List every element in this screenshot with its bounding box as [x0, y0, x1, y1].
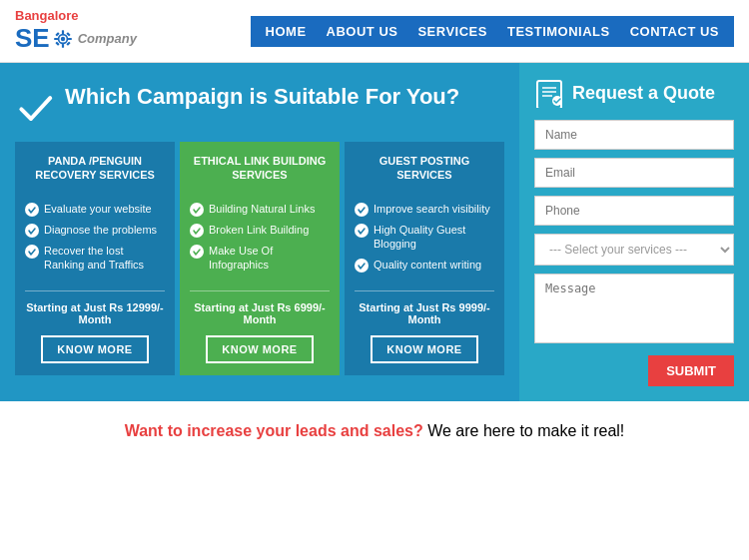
- bottom-highlight: Want to increase your leads and sales?: [125, 422, 423, 439]
- list-item: Make Use Of Infographics: [190, 244, 330, 273]
- feature-text: Make Use Of Infographics: [209, 244, 330, 273]
- feature-icon: [25, 245, 39, 259]
- quote-header: Request a Quote: [534, 78, 734, 108]
- card-ethical: ETHICAL LINK BUILDING SERVICES Building …: [180, 142, 340, 375]
- logo-seo-row: SE Company: [15, 23, 137, 54]
- cards-container: PANDA /PENGUIN RECOVERY SERVICES Evaluat…: [15, 142, 504, 375]
- list-item: Building Natural Links: [190, 202, 330, 217]
- bottom-text-section: Want to increase your leads and sales? W…: [0, 401, 749, 461]
- nav-home[interactable]: HOME: [266, 24, 307, 39]
- nav-about[interactable]: ABOUT US: [327, 24, 398, 39]
- quote-form-panel: Request a Quote --- Select your services…: [519, 63, 749, 401]
- list-item: Improve search visibility: [355, 202, 494, 217]
- feature-icon: [25, 203, 39, 217]
- name-input[interactable]: [534, 120, 734, 150]
- nav-services[interactable]: SERVICES: [417, 24, 487, 39]
- logo-seo-text: SE: [15, 23, 50, 54]
- submit-button[interactable]: SUBMIT: [648, 355, 734, 386]
- main-content: Which Campaign is Suitable For You? PAND…: [0, 63, 749, 401]
- card-price-ethical: Starting at Just Rs 6999/- Month: [190, 290, 330, 325]
- card-btn-ethical[interactable]: KNOW MORE: [206, 335, 313, 363]
- feature-text: Evaluate your website: [44, 202, 152, 216]
- logo-bangalore: Bangalore: [15, 8, 79, 23]
- list-item: Quality content writing: [355, 258, 494, 273]
- card-btn-guest[interactable]: KNOW MORE: [371, 335, 477, 363]
- bottom-text: We are here to make it real!: [423, 422, 625, 439]
- gear-icon: [52, 28, 74, 50]
- nav-contact[interactable]: CONTACT US: [630, 24, 719, 39]
- card-price-guest: Starting at Just Rs 9999/- Month: [355, 290, 494, 325]
- feature-text: Building Natural Links: [209, 202, 315, 216]
- feature-icon: [25, 224, 39, 238]
- svg-rect-5: [68, 37, 72, 39]
- header: Bangalore SE Company HOME ABOUT US SERV: [0, 0, 749, 63]
- message-textarea[interactable]: [534, 274, 734, 343]
- feature-icon: [190, 245, 204, 259]
- hero-title: Which Campaign is Suitable For You?: [15, 83, 504, 127]
- feature-text: Diagnose the problems: [44, 223, 157, 237]
- card-btn-panda[interactable]: KNOW MORE: [41, 335, 148, 363]
- card-title-ethical: ETHICAL LINK BUILDING SERVICES: [190, 154, 330, 190]
- phone-input[interactable]: [534, 196, 734, 226]
- card-guest: GUEST POSTING SERVICES Improve search vi…: [345, 142, 504, 375]
- card-title-panda: PANDA /PENGUIN RECOVERY SERVICES: [25, 154, 165, 190]
- feature-icon: [355, 224, 369, 238]
- logo-company: Company: [78, 31, 137, 46]
- hero-heading: Which Campaign is Suitable For You?: [65, 83, 459, 112]
- feature-icon: [190, 203, 204, 217]
- card-title-guest: GUEST POSTING SERVICES: [355, 154, 494, 190]
- quote-title: Request a Quote: [572, 83, 715, 104]
- list-item: Evaluate your website: [25, 202, 165, 217]
- list-item: Diagnose the problems: [25, 223, 165, 238]
- svg-point-1: [60, 36, 64, 40]
- feature-text: Recover the lost Ranking and Traffics: [44, 244, 165, 273]
- svg-rect-2: [62, 30, 64, 34]
- feature-text: High Quality Guest Blogging: [374, 223, 494, 252]
- list-item: High Quality Guest Blogging: [355, 223, 494, 252]
- feature-icon: [190, 224, 204, 238]
- list-item: Broken Link Building: [190, 223, 330, 238]
- nav-testimonials[interactable]: TESTIMONIALS: [507, 24, 610, 39]
- services-select[interactable]: --- Select your services --- SEO Service…: [534, 234, 734, 266]
- quote-form-icon: [534, 78, 564, 108]
- navbar: HOME ABOUT US SERVICES TESTIMONIALS CONT…: [251, 16, 734, 47]
- feature-icon: [355, 203, 369, 217]
- card-features-guest: Improve search visibility High Quality G…: [355, 202, 494, 279]
- card-price-panda: Starting at Just Rs 12999/- Month: [25, 290, 165, 325]
- logo: Bangalore SE Company: [15, 8, 137, 54]
- left-panel: Which Campaign is Suitable For You? PAND…: [0, 63, 519, 401]
- feature-icon: [355, 259, 369, 273]
- feature-text: Quality content writing: [374, 258, 481, 272]
- card-panda: PANDA /PENGUIN RECOVERY SERVICES Evaluat…: [15, 142, 175, 375]
- list-item: Recover the lost Ranking and Traffics: [25, 244, 165, 273]
- svg-rect-3: [62, 43, 64, 47]
- feature-text: Improve search visibility: [374, 202, 490, 216]
- email-input[interactable]: [534, 158, 734, 188]
- feature-text: Broken Link Building: [209, 223, 309, 237]
- checkmark-icon: [15, 87, 55, 127]
- card-features-panda: Evaluate your website Diagnose the probl…: [25, 202, 165, 279]
- svg-rect-4: [54, 37, 58, 39]
- card-features-ethical: Building Natural Links Broken Link Build…: [190, 202, 330, 279]
